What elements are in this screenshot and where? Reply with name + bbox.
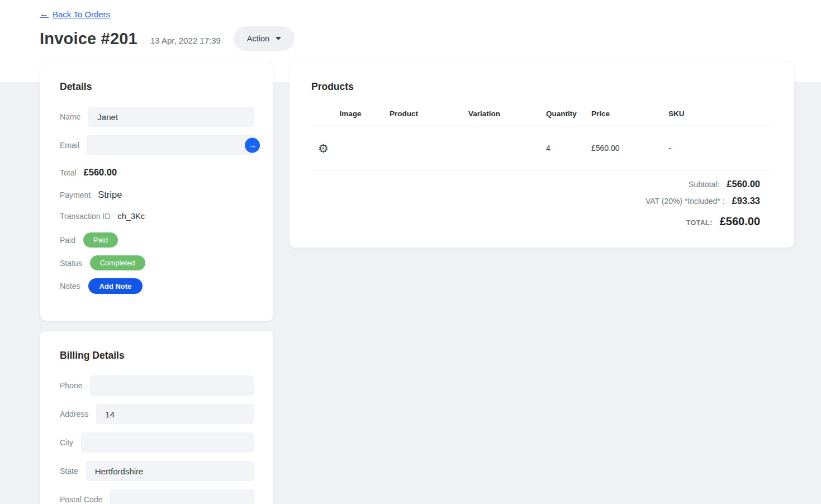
address-input[interactable] [96,404,254,424]
email-input[interactable] [87,135,254,155]
action-button-label: Action [247,34,269,43]
state-input[interactable] [86,461,254,481]
title-row: Invoice #201 13 Apr, 2022 17:39 Action [40,26,794,51]
product-quantity-cell: 4 [546,144,591,153]
state-field-row: State [60,461,254,481]
paid-status-badge[interactable]: Paid [83,232,118,248]
subtotal-row: Subtotal: £560.00 [311,179,760,189]
arrow-right-icon: → [248,141,257,149]
subtotal-label: Subtotal: [689,180,719,189]
city-field-row: City [60,432,254,453]
products-table-header: Image Product Variation Quantity Price S… [311,110,772,126]
table-row: ⚙ 4 £560.00 - [311,126,772,170]
paid-label: Paid [60,236,75,245]
product-price-cell: £560.00 [591,144,668,153]
total-label: Total [60,168,77,177]
phone-label: Phone [60,381,82,390]
order-status-badge[interactable]: Completed [90,255,145,270]
vat-label: VAT (20%) *Included* : [646,197,725,206]
gear-icon: ⚙ [311,142,329,155]
billing-details-title: Billing Details [60,350,254,362]
payment-label: Payment [60,191,91,199]
state-label: State [60,467,78,476]
city-label: City [60,438,73,447]
products-title: Products [311,81,772,93]
transaction-id-value: ch_3Kc [118,212,145,221]
paid-row: Paid Paid [60,232,254,248]
invoice-date: 13 Apr, 2022 17:39 [150,36,221,45]
email-label: Email [60,141,79,150]
billing-details-card: Billing Details Phone Address City State [40,331,273,504]
address-label: Address [60,410,88,419]
phone-input[interactable] [90,375,254,396]
column-header-image: Image [311,110,390,118]
postal-code-label: Postal Code [60,495,102,504]
email-submit-button[interactable]: → [245,138,260,153]
add-note-button[interactable]: Add Note [88,278,143,294]
address-field-row: Address [60,404,254,424]
total-value: £560.00 [84,167,117,178]
transaction-id-row: Transaction ID ch_3Kc [60,212,254,221]
chevron-down-icon [276,37,281,40]
column-header-variation: Variation [468,110,546,118]
status-row: Status Completed [60,255,254,270]
name-input[interactable] [88,107,254,127]
subtotal-value: £560.00 [727,179,760,189]
email-input-wrap: → [87,135,254,155]
name-label: Name [60,112,80,121]
vat-value: £93.33 [732,196,760,206]
status-label: Status [60,259,82,268]
page-title: Invoice #201 [40,30,137,48]
back-arrow-icon: ← [40,9,49,19]
notes-label: Notes [60,282,80,291]
back-link-label: Back To Orders [53,9,110,19]
postal-code-input[interactable] [110,489,254,504]
total-row: Total £560.00 [60,167,254,178]
details-title: Details [60,81,254,93]
vat-row: VAT (20%) *Included* : £93.33 [311,196,760,206]
city-input[interactable] [81,432,254,453]
totals-section: Subtotal: £560.00 VAT (20%) *Included* :… [311,179,772,228]
grand-total-value: £560.00 [720,215,760,228]
products-card: Products Image Product Variation Quantit… [290,62,794,248]
phone-field-row: Phone [60,375,254,396]
invoice-page: ← Back To Orders Invoice #201 13 Apr, 20… [0,0,821,504]
grand-total-label: TOTAL: [686,219,713,227]
product-image-cell: ⚙ [311,142,390,154]
product-sku-cell: - [668,144,772,153]
main-content: Details Name Email → Total £560.00 [0,51,821,504]
back-to-orders-link[interactable]: ← Back To Orders [40,9,110,19]
action-button[interactable]: Action [234,26,295,51]
payment-value: Stripe [98,189,122,200]
column-header-quantity: Quantity [546,110,591,118]
details-card: Details Name Email → Total £560.00 [40,62,273,321]
column-header-sku: SKU [668,110,772,118]
postal-code-field-row: Postal Code [60,489,254,504]
left-column: Details Name Email → Total £560.00 [40,62,273,504]
column-header-product: Product [390,110,468,118]
transaction-id-label: Transaction ID [60,212,111,221]
name-field-row: Name [60,107,254,127]
grand-total-row: TOTAL: £560.00 [311,215,760,228]
column-header-price: Price [591,110,668,118]
notes-row: Notes Add Note [60,278,254,294]
email-field-row: Email → [60,135,254,155]
page-header: ← Back To Orders Invoice #201 13 Apr, 20… [0,0,821,51]
payment-row: Payment Stripe [60,189,254,200]
